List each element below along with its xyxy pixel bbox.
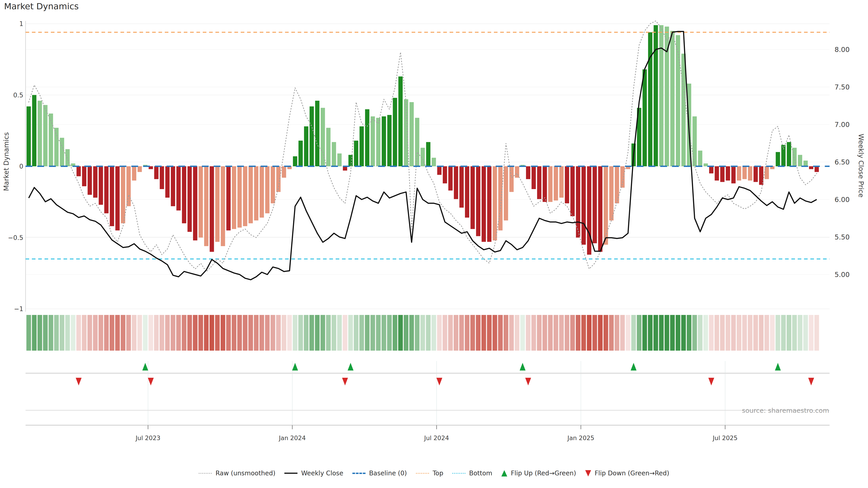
heatmap-cell <box>409 315 414 351</box>
flip-up-marker <box>520 363 526 370</box>
right-axis-title: Weekly Close Price <box>857 134 865 197</box>
source-caption: source: sharemaestro.com <box>742 407 829 414</box>
dynamics-bar <box>765 166 769 179</box>
dynamics-bar <box>226 166 230 230</box>
dynamics-bar <box>643 69 647 166</box>
dynamics-bar <box>715 166 719 181</box>
legend-item-raw: Raw (unsmoothed) <box>199 469 275 477</box>
legend-item-flip-down: Flip Down (Green→Red) <box>585 469 669 477</box>
dynamics-bar <box>659 25 663 166</box>
dynamics-bar <box>598 166 602 252</box>
heatmap-cell <box>210 315 214 351</box>
dynamics-bar <box>526 166 530 179</box>
heatmap-cell <box>360 315 364 351</box>
dynamics-bar <box>731 166 736 184</box>
legend-item-baseline: Baseline (0) <box>352 469 407 477</box>
dynamics-bar <box>243 166 247 226</box>
heatmap-cell <box>459 315 464 351</box>
heatmap-cell <box>149 315 153 351</box>
heatmap-cell <box>759 315 764 351</box>
heatmap-cell <box>437 315 442 351</box>
legend-item-top: Top <box>416 469 443 477</box>
dynamics-bar <box>298 140 303 166</box>
heatmap-cell <box>54 315 59 351</box>
heatmap-cell <box>576 315 581 351</box>
dynamics-bar <box>698 151 702 166</box>
dynamics-bar <box>65 149 70 166</box>
dynamics-bar <box>187 166 192 232</box>
heatmap-cell <box>603 315 608 351</box>
heatmap-cell <box>776 315 780 351</box>
heatmap-cell <box>487 315 492 351</box>
heatmap-cell <box>581 315 586 351</box>
heatmap-cell <box>493 315 497 351</box>
dynamics-bar <box>54 128 59 166</box>
heatmap-cell <box>720 315 725 351</box>
heatmap-cell <box>26 315 31 351</box>
right-tick-label: 7.50 <box>835 83 850 91</box>
heatmap-cell <box>398 315 403 351</box>
heatmap-cell <box>421 315 425 351</box>
dynamics-bar <box>310 106 314 166</box>
heatmap-cell <box>298 315 303 351</box>
dynamics-bar <box>609 166 614 221</box>
axis-tick-labels: 10.50−0.5−18.007.507.006.506.005.505.00J… <box>8 20 850 442</box>
dynamics-bar <box>648 32 652 166</box>
dynamics-bar <box>132 166 136 181</box>
heatmap-cell <box>343 315 347 351</box>
heatmap-cell <box>470 315 475 351</box>
heatmap-cell <box>348 315 353 351</box>
flip-up-marker <box>348 363 353 370</box>
flip-down-triangle-icon <box>585 470 591 477</box>
heatmap-cell <box>187 315 192 351</box>
legend-item-flip-up: Flip Up (Red→Green) <box>501 469 576 477</box>
dynamics-bar <box>726 166 730 181</box>
dynamics-bar <box>720 166 724 182</box>
dynamics-bar <box>249 166 253 223</box>
legend-item-bottom: Bottom <box>452 469 492 477</box>
heatmap-cell <box>320 315 325 351</box>
dynamics-bar <box>748 166 752 181</box>
heatmap-cell <box>704 315 708 351</box>
dynamics-bar <box>754 166 758 182</box>
dynamics-bar <box>160 166 164 189</box>
dynamics-bar <box>448 166 453 191</box>
dynamics-bar <box>792 148 797 166</box>
heatmap-cell <box>265 315 270 351</box>
right-tick-label: 7.00 <box>835 121 850 129</box>
top-line-icon <box>416 473 429 474</box>
heatmap-cell <box>49 315 53 351</box>
heatmap-cell <box>110 315 114 351</box>
heatmap-cell <box>798 315 802 351</box>
dynamics-bar <box>326 128 331 166</box>
heatmap-cell <box>659 315 664 351</box>
flip-up-marker <box>143 363 148 370</box>
flip-down-marker <box>436 378 442 385</box>
dynamics-bar <box>587 166 591 255</box>
heatmap-cell <box>98 315 103 351</box>
heatmap-cell <box>753 315 758 351</box>
heatmap-cell <box>115 315 120 351</box>
dynamics-bar <box>282 166 286 177</box>
heatmap-cell <box>709 315 714 351</box>
dynamics-bar <box>443 166 447 184</box>
heatmap-cell <box>293 315 298 351</box>
heatmap-cell <box>393 315 397 351</box>
dynamics-bar <box>737 166 741 181</box>
dynamics-bar <box>487 166 491 242</box>
heatmap-cell <box>76 315 81 351</box>
x-tick-label: Jan 2025 <box>567 434 594 442</box>
heatmap-cell <box>554 315 558 351</box>
bottom-line-icon <box>452 473 465 474</box>
dynamics-bar <box>237 166 242 228</box>
heatmap-cell <box>482 315 486 351</box>
left-tick-label: 0 <box>19 163 23 170</box>
heatmap-cell <box>770 315 775 351</box>
dynamics-bar <box>454 166 458 199</box>
dynamics-bar <box>360 126 364 166</box>
dynamics-bar <box>204 166 209 246</box>
left-tick-label: 1 <box>19 20 23 28</box>
dynamics-bar <box>426 142 430 166</box>
legend-label: Weekly Close <box>301 469 343 477</box>
legend: Raw (unsmoothed) Weekly Close Baseline (… <box>0 469 868 477</box>
